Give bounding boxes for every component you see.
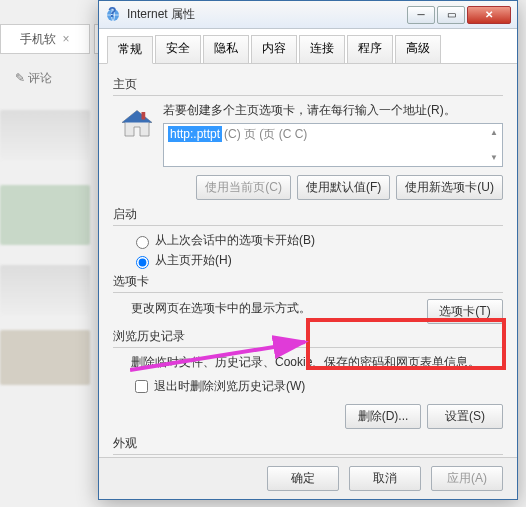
appearance-header: 外观 bbox=[113, 435, 503, 452]
startup-last-session-radio[interactable]: 从上次会话中的选项卡开始(B) bbox=[131, 232, 503, 249]
background-tab: 手机软× bbox=[0, 24, 90, 54]
tab-advanced[interactable]: 高级 bbox=[395, 35, 441, 63]
svg-rect-7 bbox=[142, 112, 146, 120]
delete-button[interactable]: 删除(D)... bbox=[345, 404, 421, 429]
use-new-tab-button[interactable]: 使用新选项卡(U) bbox=[396, 175, 503, 200]
scrollbar[interactable]: ▲▼ bbox=[490, 128, 500, 162]
minimize-button[interactable]: ─ bbox=[407, 6, 435, 24]
startup-header: 启动 bbox=[113, 206, 503, 223]
delete-on-exit-checkbox[interactable]: 退出时删除浏览历史记录(W) bbox=[131, 377, 503, 396]
tab-security[interactable]: 安全 bbox=[155, 35, 201, 63]
tabs-text: 更改网页在选项卡中的显示方式。 bbox=[131, 300, 427, 317]
tabs-button[interactable]: 选项卡(T) bbox=[427, 299, 503, 324]
internet-properties-dialog: Internet 属性 ─ ▭ ✕ 常规 安全 隐私 内容 连接 程序 高级 主… bbox=[98, 0, 518, 500]
tab-content[interactable]: 内容 bbox=[251, 35, 297, 63]
ok-button[interactable]: 确定 bbox=[267, 466, 339, 491]
comment-label: ✎ 评论 bbox=[15, 70, 52, 87]
tab-privacy[interactable]: 隐私 bbox=[203, 35, 249, 63]
startup-homepage-radio[interactable]: 从主页开始(H) bbox=[131, 252, 503, 269]
home-icon bbox=[119, 106, 155, 142]
homepage-url-input[interactable]: http:.pttpt(C) 页 (页 (C C) ▲▼ bbox=[163, 123, 503, 167]
apply-button[interactable]: 应用(A) bbox=[431, 466, 503, 491]
tab-general[interactable]: 常规 bbox=[107, 36, 153, 64]
titlebar: Internet 属性 ─ ▭ ✕ bbox=[99, 1, 517, 29]
cancel-button[interactable]: 取消 bbox=[349, 466, 421, 491]
use-default-button[interactable]: 使用默认值(F) bbox=[297, 175, 390, 200]
tab-strip: 常规 安全 隐私 内容 连接 程序 高级 bbox=[99, 29, 517, 64]
maximize-button[interactable]: ▭ bbox=[437, 6, 465, 24]
use-current-button[interactable]: 使用当前页(C) bbox=[196, 175, 291, 200]
homepage-header: 主页 bbox=[113, 76, 503, 93]
settings-button[interactable]: 设置(S) bbox=[427, 404, 503, 429]
close-button[interactable]: ✕ bbox=[467, 6, 511, 24]
history-header: 浏览历史记录 bbox=[113, 328, 503, 345]
help-icon[interactable]: ? bbox=[108, 4, 117, 20]
svg-marker-6 bbox=[122, 111, 152, 123]
tab-programs[interactable]: 程序 bbox=[347, 35, 393, 63]
dialog-title: Internet 属性 bbox=[127, 6, 405, 23]
homepage-hint: 若要创建多个主页选项卡，请在每行输入一个地址(R)。 bbox=[163, 102, 503, 119]
dialog-footer: 确定 取消 应用(A) bbox=[99, 457, 517, 499]
tab-connections[interactable]: 连接 bbox=[299, 35, 345, 63]
tabs-header: 选项卡 bbox=[113, 273, 503, 290]
history-text: 删除临时文件、历史记录、Cookie、保存的密码和网页表单信息。 bbox=[131, 354, 503, 371]
